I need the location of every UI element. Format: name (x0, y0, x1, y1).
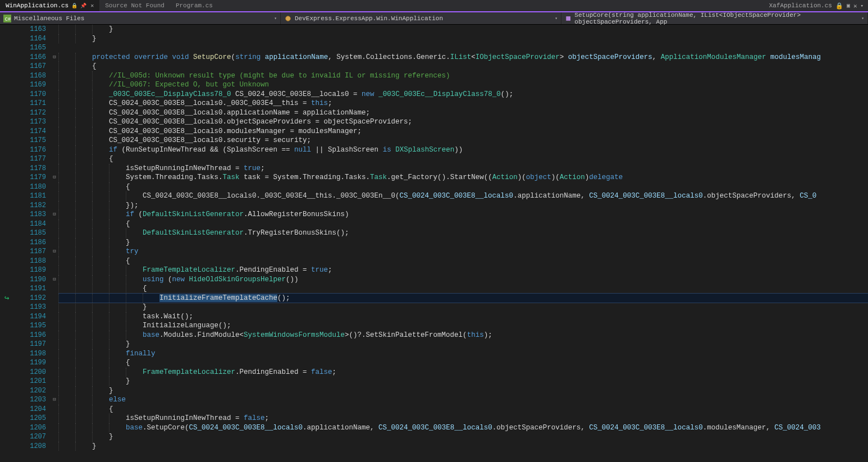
fold-toggle[interactable]: ⊟ (51, 247, 58, 257)
code-line[interactable]: if (RunSetupInNewThread && (SplashScreen… (58, 145, 868, 155)
lock-icon: 🔒 (71, 3, 77, 9)
line-number: 1166 (13, 53, 46, 62)
line-number: 1200 (13, 368, 46, 377)
code-line[interactable]: { (58, 62, 868, 71)
tab-source-not-found[interactable]: Source Not Found (99, 0, 170, 11)
nav-project-label: Miscellaneous Files (14, 15, 84, 22)
line-number: 1164 (13, 34, 46, 44)
svg-point-2 (286, 16, 291, 21)
code-line[interactable]: base.SetupCore(CS_0024_003C_003E8__local… (58, 423, 868, 433)
code-line[interactable]: if (DefaultSkinListGenerator.AllowRegist… (58, 210, 868, 219)
line-number: 1176 (13, 145, 46, 155)
code-line[interactable]: CS_0024_003C_003E8__locals0._003C_003E4_… (58, 191, 868, 201)
code-line[interactable]: CS_0024_003C_003E8__locals0.applicationN… (58, 108, 868, 118)
lock-icon: 🔒 (835, 2, 843, 10)
line-number: 1179 (13, 173, 46, 182)
change-marker-icon: ↪ (0, 294, 13, 303)
code-line[interactable]: } (58, 340, 868, 349)
code-line[interactable]: { (58, 284, 868, 294)
code-line[interactable]: CS_0024_003C_003E8__locals0._003C_003E4_… (58, 99, 868, 108)
code-line[interactable]: FrameTemplateLocalizer.PendingEnabled = … (58, 266, 868, 275)
code-area[interactable]: }}protected override void SetupCore(stri… (58, 25, 868, 462)
tab-program[interactable]: Program.cs (170, 0, 218, 11)
fold-toggle[interactable]: ⊟ (51, 210, 58, 219)
fold-toggle[interactable]: ⊟ (51, 173, 58, 182)
outlining-margin[interactable]: ⊟⊟⊟⊟⊟⊟ (51, 25, 58, 462)
nav-class-dropdown[interactable]: DevExpress.ExpressApp.Win.WinApplication… (281, 12, 561, 24)
svg-text:C#: C# (5, 16, 11, 22)
code-editor[interactable]: ↪ 11631164116511661167116811691170117111… (0, 25, 868, 462)
fold-toggle[interactable]: ⊟ (51, 275, 58, 285)
close-icon[interactable]: ✕ (853, 2, 857, 10)
document-tab-bar: WinApplication.cs 🔒 📌 ✕ Source Not Found… (0, 0, 868, 12)
code-line[interactable]: isSetupRunningInNewThread = false; (58, 414, 868, 423)
code-line[interactable]: } (58, 442, 868, 451)
code-line[interactable]: CS_0024_003C_003E8__locals0.modulesManag… (58, 127, 868, 136)
code-line[interactable]: } (58, 303, 868, 312)
code-line[interactable]: try (58, 247, 868, 257)
code-line[interactable]: } (58, 377, 868, 386)
code-line[interactable]: { (58, 358, 868, 368)
code-line[interactable]: InitializeFrameTemplateCache(); (58, 294, 868, 303)
code-line[interactable]: System.Threading.Tasks.Task task = Syste… (58, 173, 868, 182)
line-number: 1163 (13, 25, 46, 34)
code-line[interactable]: } (58, 386, 868, 396)
code-line[interactable]: }); (58, 201, 868, 211)
line-number: 1206 (13, 423, 46, 433)
dropdown-icon[interactable]: ▾ (861, 3, 864, 9)
code-line[interactable]: CS_0024_003C_003E8__locals0.objectSpaceP… (58, 117, 868, 127)
code-line[interactable]: InitializeLanguage(); (58, 321, 868, 331)
fold-toggle[interactable]: ⊟ (51, 395, 58, 405)
nav-class-label: DevExpress.ExpressApp.Win.WinApplication (295, 15, 443, 22)
line-number: 1202 (13, 386, 46, 396)
code-line[interactable]: } (58, 432, 868, 442)
chevron-down-icon: ▾ (274, 16, 277, 21)
code-line[interactable]: finally (58, 349, 868, 359)
code-line[interactable]: task.Wait(); (58, 312, 868, 322)
code-line[interactable]: } (58, 34, 868, 44)
code-line[interactable]: } (58, 238, 868, 248)
code-line[interactable]: { (58, 182, 868, 192)
code-line[interactable]: FrameTemplateLocalizer.PendingEnabled = … (58, 368, 868, 377)
promote-icon[interactable]: ▣ (847, 2, 850, 9)
close-icon[interactable]: ✕ (90, 2, 94, 9)
svg-rect-3 (566, 16, 570, 21)
code-line[interactable]: { (58, 154, 868, 164)
code-line[interactable]: //IL_005d: Unknown result type (might be… (58, 71, 868, 81)
code-line[interactable]: isSetupRunningInNewThread = true; (58, 164, 868, 173)
code-line[interactable]: CS_0024_003C_003E8__locals0.security = s… (58, 136, 868, 145)
line-number: 1172 (13, 108, 46, 118)
code-line[interactable]: else (58, 395, 868, 405)
line-number: 1190 (13, 275, 46, 285)
line-number: 1185 (13, 228, 46, 238)
code-line[interactable]: protected override void SetupCore(string… (58, 53, 868, 62)
line-number: 1170 (13, 90, 46, 99)
line-number: 1189 (13, 266, 46, 275)
line-number: 1198 (13, 349, 46, 359)
line-number: 1173 (13, 117, 46, 127)
line-number: 1186 (13, 238, 46, 248)
code-line[interactable]: base.Modules.FindModule<SystemWindowsFor… (58, 331, 868, 340)
line-number: 1181 (13, 191, 46, 201)
code-line[interactable]: DefaultSkinListGenerator.TryRegisterBonu… (58, 228, 868, 238)
code-line[interactable]: } (58, 25, 868, 34)
method-icon (565, 15, 572, 22)
code-line[interactable]: { (58, 219, 868, 229)
line-number: 1203 (13, 395, 46, 405)
nav-method-dropdown[interactable]: SetupCore(string applicationName, IList<… (561, 12, 868, 24)
line-number: 1167 (13, 62, 46, 71)
nav-project-dropdown[interactable]: C# Miscellaneous Files ▾ (0, 12, 281, 24)
code-line[interactable]: _003C_003Ec__DisplayClass78_0 CS_0024_00… (58, 90, 868, 99)
code-line[interactable]: //IL_0067: Expected O, but got Unknown (58, 80, 868, 90)
fold-toggle[interactable]: ⊟ (51, 53, 58, 62)
code-line[interactable] (58, 43, 868, 53)
line-number: 1169 (13, 80, 46, 90)
chevron-down-icon: ▾ (861, 16, 864, 21)
code-line[interactable]: { (58, 257, 868, 266)
code-line[interactable]: using (new HideOldSkinGroupsHelper()) (58, 275, 868, 285)
pin-icon[interactable]: 📌 (80, 3, 86, 9)
tab-winapplication[interactable]: WinApplication.cs 🔒 📌 ✕ (0, 0, 99, 11)
line-number: 1208 (13, 442, 46, 451)
code-line[interactable]: { (58, 405, 868, 414)
preview-tab[interactable]: XafApplication.cs 🔒 ▣ ✕ ▾ (765, 2, 868, 10)
